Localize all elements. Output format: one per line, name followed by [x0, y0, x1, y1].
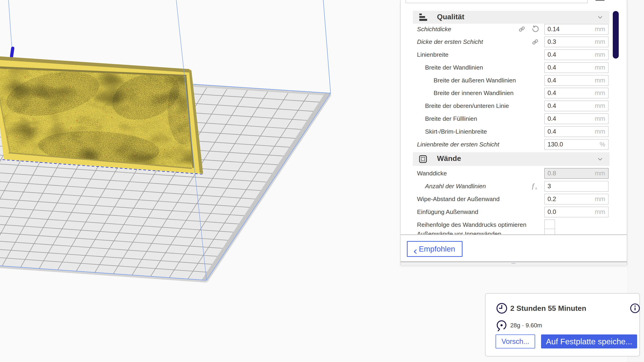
- svg-text:x: x: [535, 186, 537, 190]
- svg-text:f: f: [532, 182, 535, 190]
